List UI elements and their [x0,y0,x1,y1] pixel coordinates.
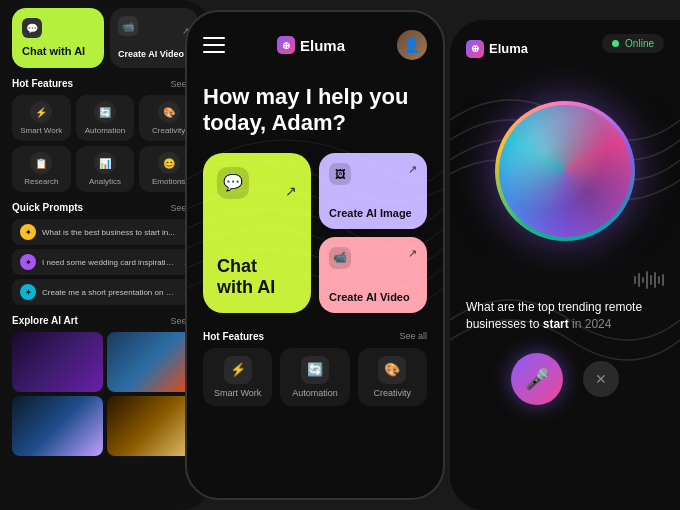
user-avatar[interactable]: 👤 [397,30,427,60]
online-row: ⊕ Eluma Online [466,34,664,63]
eluma-logo-icon: ⊕ [277,36,295,54]
chat-with-ai-card[interactable]: 💬 ↗ Chat with AI [203,153,311,313]
automation-icon: 🔄 [94,101,116,123]
research-icon: 📋 [30,152,52,174]
hamburger-line-3 [203,51,225,53]
question-suffix: in 2024 [572,317,611,331]
feature-automation[interactable]: 🔄 Automation [76,95,135,141]
feature-research[interactable]: 📋 Research [12,146,71,192]
hamburger-button[interactable] [203,37,225,53]
create-video-card-middle[interactable]: 📹 ↗ Create AI Video [319,237,427,313]
wave-bar-3 [642,277,644,283]
prompt-text-2: I need some wedding card inspiration... [42,258,177,267]
ai-orb-container [450,81,680,261]
video-icon-left: 📹 [118,16,138,36]
prompt-text-3: Create me a short presentation on Li... [42,288,177,297]
create-video-label: Create AI Video [329,291,417,303]
waveform [634,271,664,289]
analytics-label: Analytics [89,177,121,186]
chat-big-icon: 💬 [217,167,249,199]
art-item-1[interactable] [12,332,103,392]
mid-creativity-icon: 🎨 [378,356,406,384]
mid-automation-label: Automation [292,388,338,398]
wave-bar-8 [662,274,664,286]
quick-prompts-section: Quick Prompts See all ✦ What is the best… [12,202,198,305]
wave-bar-7 [658,276,660,284]
research-label: Research [24,177,58,186]
middle-feature-smart-work[interactable]: ⚡ Smart Work [203,348,272,406]
prompt-2[interactable]: ✦ I need some wedding card inspiration..… [12,249,198,275]
middle-hot-features: Hot Features See all ⚡ Smart Work 🔄 Auto… [187,321,443,412]
create-video-label-left: Create AI Video [118,49,190,60]
eluma-logo-right: ⊕ Eluma [466,40,528,58]
video-card-icon: 📹 [329,247,351,269]
quick-prompts-title: Quick Prompts [12,202,83,213]
phone-middle: ⊕ Eluma 👤 How may I help you today, Adam… [185,10,445,500]
wave-bar-2 [638,273,640,287]
phone-right: ⊕ Eluma Online What are the top trending… [450,20,680,510]
smart-work-icon: ⚡ [30,101,52,123]
wave-bar-5 [650,275,652,285]
video-card-arrow: ↗ [408,247,417,260]
explore-art-header: Explore AI Art See all [12,315,198,326]
online-badge: Online [602,34,664,53]
explore-art-title: Explore AI Art [12,315,78,326]
prompt-dot-1: ✦ [20,224,36,240]
chat-icon: 💬 [22,18,42,38]
chat-with-ai-label: Chat with AI [217,256,297,299]
close-button[interactable]: ✕ [583,361,619,397]
middle-hot-features-title: Hot Features [203,331,264,342]
left-phone-content: 💬 Chat with AI 📹 ↗ Create AI Video Hot F… [0,0,210,472]
image-card-arrow: ↗ [408,163,417,176]
phone-notch [275,12,355,20]
quick-prompts-header: Quick Prompts See all [12,202,198,213]
hot-features-title-left: Hot Features [12,78,73,89]
creativity-icon: 🎨 [158,101,180,123]
prompt-3[interactable]: ✦ Create me a short presentation on Li..… [12,279,198,305]
automation-label: Automation [85,126,125,135]
create-image-card[interactable]: 🖼 ↗ Create AI Image [319,153,427,229]
art-grid [12,332,198,456]
mic-button[interactable]: 🎤 [511,353,563,405]
create-image-card-top: 🖼 ↗ [329,163,417,185]
create-image-label: Create AI Image [329,207,417,219]
create-video-card-top: 📹 ↗ [329,247,417,269]
feature-analytics[interactable]: 📊 Analytics [76,146,135,192]
hot-features-grid-left: ⚡ Smart Work 🔄 Automation 🎨 Creativity 📋… [12,95,198,192]
mid-creativity-label: Creativity [374,388,412,398]
right-phone-top: ⊕ Eluma Online [450,20,680,71]
prompt-1[interactable]: ✦ What is the best business to start in.… [12,219,198,245]
prompt-text-1: What is the best business to start in... [42,228,177,237]
hamburger-line-1 [203,37,225,39]
explore-art-section: Explore AI Art See all [12,315,198,456]
prompt-dot-3: ✦ [20,284,36,300]
waveform-area [450,271,680,289]
eluma-logo-icon-right: ⊕ [466,40,484,58]
analytics-icon: 📊 [94,152,116,174]
smart-work-label: Smart Work [20,126,62,135]
middle-hot-features-see-all[interactable]: See all [399,331,427,341]
chat-ai-card-left[interactable]: 💬 Chat with AI [12,8,104,68]
middle-feature-creativity[interactable]: 🎨 Creativity [358,348,427,406]
wave-bar-6 [654,272,656,288]
greeting-message: How may I help you today, Adam? [187,68,443,145]
mid-smart-work-label: Smart Work [214,388,261,398]
prompt-dot-2: ✦ [20,254,36,270]
middle-features-grid: ⚡ Smart Work 🔄 Automation 🎨 Creativity [203,348,427,406]
online-label: Online [625,38,654,49]
voice-controls: 🎤 ✕ [450,353,680,405]
feature-smart-work[interactable]: ⚡ Smart Work [12,95,71,141]
image-card-icon: 🖼 [329,163,351,185]
phone-left: 💬 Chat with AI 📹 ↗ Create AI Video Hot F… [0,0,210,510]
wave-bar-4 [646,271,648,289]
eluma-logo-text-right: Eluma [489,41,528,56]
middle-feature-automation[interactable]: 🔄 Automation [280,348,349,406]
eluma-logo-text: Eluma [300,37,345,54]
online-dot [612,40,619,47]
chat-ai-label-left: Chat with AI [22,45,94,58]
wave-bar-1 [634,276,636,284]
phone-header: ⊕ Eluma 👤 [187,20,443,68]
hot-features-header-left: Hot Features See all [12,78,198,89]
ai-orb [495,101,635,241]
art-item-3[interactable] [12,396,103,456]
